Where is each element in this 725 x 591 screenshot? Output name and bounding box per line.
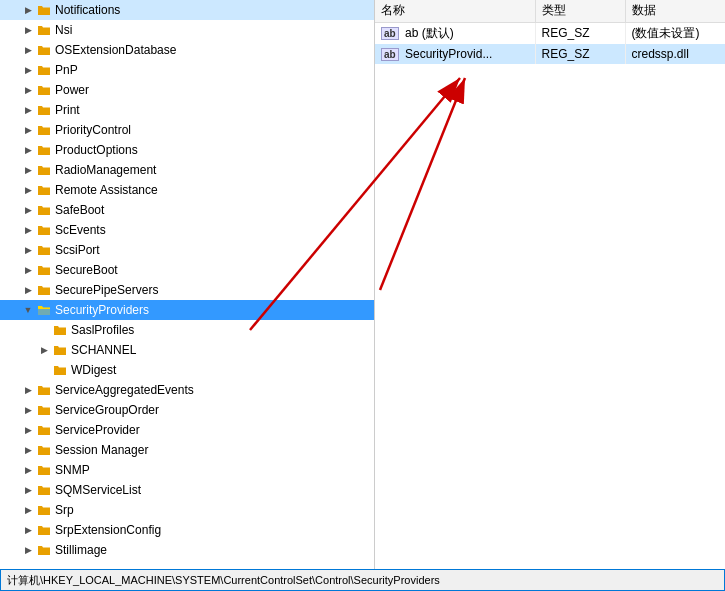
tree-item-securityproviders[interactable]: ▼ SecurityProviders [0, 300, 374, 320]
tree-item-safeboot[interactable]: ▶ SafeBoot [0, 200, 374, 220]
reg-data-secprov: credssp.dll [625, 44, 725, 64]
tree-item-srpextensionconfig[interactable]: ▶ SrpExtensionConfig [0, 520, 374, 540]
folder-icon-saslprofiles [52, 322, 68, 338]
expand-serviceprovider[interactable]: ▶ [20, 422, 36, 438]
tree-item-snmp[interactable]: ▶ SNMP [0, 460, 374, 480]
expand-scevents[interactable]: ▶ [20, 222, 36, 238]
expand-print[interactable]: ▶ [20, 102, 36, 118]
expand-nsi[interactable]: ▶ [20, 22, 36, 38]
tree-item-saslprofiles[interactable]: SaslProfiles [0, 320, 374, 340]
expand-safeboot[interactable]: ▶ [20, 202, 36, 218]
label-servicegrouporder: ServiceGroupOrder [55, 403, 159, 417]
label-srp: Srp [55, 503, 74, 517]
tree-item-print[interactable]: ▶ Print [0, 100, 374, 120]
expand-pnp[interactable]: ▶ [20, 62, 36, 78]
registry-table: 名称 类型 数据 ab ab (默认) REG_SZ (数值未设置) [375, 0, 725, 64]
status-text: 计算机\HKEY_LOCAL_MACHINE\SYSTEM\CurrentCon… [7, 573, 440, 588]
folder-icon-remoteassistance [36, 182, 52, 198]
expand-sessionmanager[interactable]: ▶ [20, 442, 36, 458]
tree-item-pnp[interactable]: ▶ PnP [0, 60, 374, 80]
tree-item-serviceprovider[interactable]: ▶ ServiceProvider [0, 420, 374, 440]
expand-secureboot[interactable]: ▶ [20, 262, 36, 278]
reg-name-secprov: ab SecurityProvid... [375, 44, 535, 64]
status-bar: 计算机\HKEY_LOCAL_MACHINE\SYSTEM\CurrentCon… [0, 569, 725, 591]
registry-panel[interactable]: 名称 类型 数据 ab ab (默认) REG_SZ (数值未设置) [375, 0, 725, 569]
label-print: Print [55, 103, 80, 117]
expand-srpextensionconfig[interactable]: ▶ [20, 522, 36, 538]
folder-icon-prioritycontrol [36, 122, 52, 138]
tree-item-sessionmanager[interactable]: ▶ Session Manager [0, 440, 374, 460]
tree-item-power[interactable]: ▶ Power [0, 80, 374, 100]
expand-serviceaggregated[interactable]: ▶ [20, 382, 36, 398]
folder-icon-notifications [36, 2, 52, 18]
folder-icon-servicegrouporder [36, 402, 52, 418]
tree-item-stillimage[interactable]: ▶ Stillimage [0, 540, 374, 560]
tree-item-prioritycontrol[interactable]: ▶ PriorityControl [0, 120, 374, 140]
folder-icon-sqmservicelist [36, 482, 52, 498]
expand-schannel[interactable]: ▶ [36, 342, 52, 358]
reg-data-default: (数值未设置) [625, 22, 725, 44]
tree-item-remoteassistance[interactable]: ▶ Remote Assistance [0, 180, 374, 200]
expand-power[interactable]: ▶ [20, 82, 36, 98]
expand-remoteassistance[interactable]: ▶ [20, 182, 36, 198]
expand-sqmservicelist[interactable]: ▶ [20, 482, 36, 498]
tree-item-securepipeservers[interactable]: ▶ SecurePipeServers [0, 280, 374, 300]
tree-item-radiomanagement[interactable]: ▶ RadioManagement [0, 160, 374, 180]
expand-osextension[interactable]: ▶ [20, 42, 36, 58]
expand-securityproviders[interactable]: ▼ [20, 302, 36, 318]
label-saslprofiles: SaslProfiles [71, 323, 134, 337]
tree-item-sqmservicelist[interactable]: ▶ SQMServiceList [0, 480, 374, 500]
reg-name-default: ab ab (默认) [375, 22, 535, 44]
table-row[interactable]: ab ab (默认) REG_SZ (数值未设置) [375, 22, 725, 44]
tree-item-wdigest[interactable]: WDigest [0, 360, 374, 380]
tree-item-srp[interactable]: ▶ Srp [0, 500, 374, 520]
label-nsi: Nsi [55, 23, 72, 37]
expand-securepipeservers[interactable]: ▶ [20, 282, 36, 298]
label-prioritycontrol: PriorityControl [55, 123, 131, 137]
tree-item-productoptions[interactable]: ▶ ProductOptions [0, 140, 374, 160]
expand-stillimage[interactable]: ▶ [20, 542, 36, 558]
tree-item-secureboot[interactable]: ▶ SecureBoot [0, 260, 374, 280]
expand-servicegrouporder[interactable]: ▶ [20, 402, 36, 418]
folder-icon-productoptions [36, 142, 52, 158]
expand-radiomanagement[interactable]: ▶ [20, 162, 36, 178]
label-srpextensionconfig: SrpExtensionConfig [55, 523, 161, 537]
expand-prioritycontrol[interactable]: ▶ [20, 122, 36, 138]
table-row-selected[interactable]: ab SecurityProvid... REG_SZ credssp.dll [375, 44, 725, 64]
folder-icon-serviceaggregated [36, 382, 52, 398]
folder-icon-scsiport [36, 242, 52, 258]
folder-icon-wdigest [52, 362, 68, 378]
expand-srp[interactable]: ▶ [20, 502, 36, 518]
label-serviceaggregated: ServiceAggregatedEvents [55, 383, 194, 397]
tree-item-serviceaggregated[interactable]: ▶ ServiceAggregatedEvents [0, 380, 374, 400]
tree-item-osextension[interactable]: ▶ OSExtensionDatabase [0, 40, 374, 60]
col-header-data: 数据 [625, 0, 725, 22]
folder-icon-pnp [36, 62, 52, 78]
label-stillimage: Stillimage [55, 543, 107, 557]
expand-scsiport[interactable]: ▶ [20, 242, 36, 258]
tree-item-notifications[interactable]: ▶ Notifications [0, 0, 374, 20]
reg-type-default: REG_SZ [535, 22, 625, 44]
reg-name-label-secprov: SecurityProvid... [405, 47, 492, 61]
tree-item-scevents[interactable]: ▶ ScEvents [0, 220, 374, 240]
folder-icon-serviceprovider [36, 422, 52, 438]
content-area: ▶ Notifications ▶ Nsi ▶ OSExtensionDatab… [0, 0, 725, 569]
expand-productoptions[interactable]: ▶ [20, 142, 36, 158]
tree-panel[interactable]: ▶ Notifications ▶ Nsi ▶ OSExtensionDatab… [0, 0, 375, 569]
label-schannel: SCHANNEL [71, 343, 136, 357]
tree-item-servicegrouporder[interactable]: ▶ ServiceGroupOrder [0, 400, 374, 420]
folder-icon-securepipeservers [36, 282, 52, 298]
tree-item-scsiport[interactable]: ▶ ScsiPort [0, 240, 374, 260]
label-wdigest: WDigest [71, 363, 116, 377]
label-productoptions: ProductOptions [55, 143, 138, 157]
folder-icon-snmp [36, 462, 52, 478]
tree-item-schannel[interactable]: ▶ SCHANNEL [0, 340, 374, 360]
label-snmp: SNMP [55, 463, 90, 477]
label-serviceprovider: ServiceProvider [55, 423, 140, 437]
expand-snmp[interactable]: ▶ [20, 462, 36, 478]
col-header-type: 类型 [535, 0, 625, 22]
col-header-name: 名称 [375, 0, 535, 22]
expand-notifications[interactable]: ▶ [20, 2, 36, 18]
folder-icon-osextension [36, 42, 52, 58]
tree-item-nsi[interactable]: ▶ Nsi [0, 20, 374, 40]
